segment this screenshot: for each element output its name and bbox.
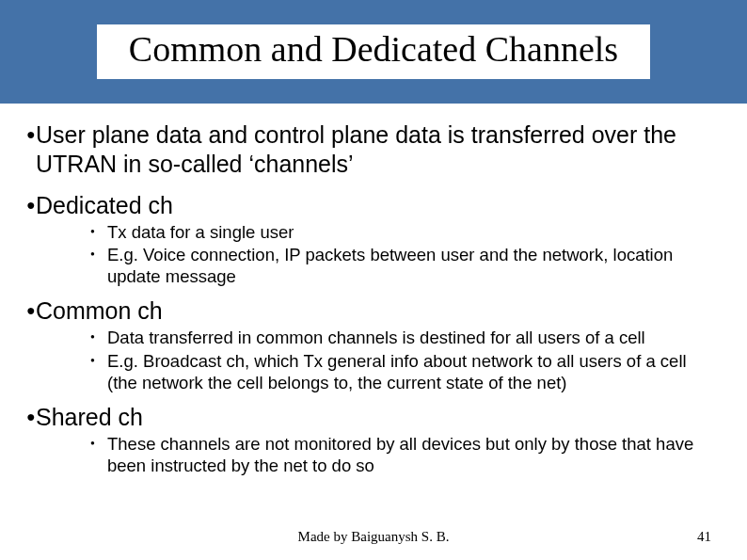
footer-credit: Made by Baiguanysh S. B. [0, 529, 747, 545]
section-heading-text: Dedicated ch [36, 191, 173, 219]
section-list-shared: These channels are not monitored by all … [26, 433, 721, 476]
list-item: E.g. Broadcast ch, which Tx general info… [90, 350, 721, 393]
section-heading-text: Common ch [36, 296, 163, 325]
list-item: These channels are not monitored by all … [90, 433, 721, 476]
section-heading-common: ● Common ch [26, 296, 721, 325]
footer-page-number: 41 [697, 529, 711, 545]
content-area: ● User plane data and control plane data… [0, 104, 747, 476]
section-list-dedicated: Tx data for a single user E.g. Voice con… [26, 221, 721, 287]
intro-text: User plane data and control plane data i… [36, 120, 721, 178]
section-heading-text: Shared ch [36, 403, 143, 431]
bullet-icon: ● [26, 191, 36, 219]
title-band: Common and Dedicated Channels [0, 0, 747, 104]
section-list-common: Data transferred in common channels is d… [26, 327, 721, 392]
intro-bullet: ● User plane data and control plane data… [26, 120, 721, 178]
slide-title: Common and Dedicated Channels [97, 24, 650, 79]
slide: Common and Dedicated Channels ● User pla… [0, 0, 747, 560]
list-item: Tx data for a single user [90, 221, 721, 243]
list-item: E.g. Voice connection, IP packets betwee… [90, 244, 721, 287]
bullet-icon: ● [26, 296, 36, 325]
section-heading-dedicated: ● Dedicated ch [26, 191, 721, 219]
bullet-icon: ● [26, 120, 36, 178]
section-heading-shared: ● Shared ch [26, 403, 721, 431]
list-item: Data transferred in common channels is d… [90, 327, 721, 348]
bullet-icon: ● [26, 403, 36, 431]
